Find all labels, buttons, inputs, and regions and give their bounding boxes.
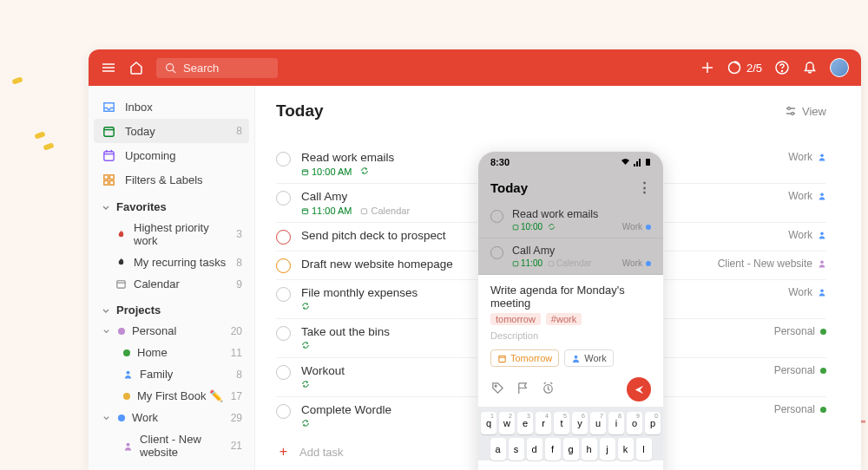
task-checkbox[interactable] bbox=[276, 230, 291, 245]
keyboard-key[interactable]: h bbox=[582, 438, 597, 460]
keyboard-key[interactable]: 8i bbox=[608, 412, 624, 434]
productivity-indicator[interactable]: 2/5 bbox=[727, 61, 762, 75]
keyboard-key[interactable]: 4r bbox=[536, 412, 551, 434]
sidebar-item-today[interactable]: Today 8 bbox=[94, 119, 249, 143]
help-icon[interactable] bbox=[774, 60, 790, 75]
keyboard-key[interactable]: k bbox=[618, 438, 634, 460]
task-checkbox[interactable] bbox=[276, 365, 291, 380]
task-checkbox[interactable] bbox=[276, 191, 291, 206]
keyboard-key[interactable]: j bbox=[600, 438, 615, 460]
favorite-highest-priority[interactable]: Highest priority work 3 bbox=[94, 217, 249, 251]
kebab-icon[interactable]: ⋮ bbox=[638, 180, 651, 195]
svg-point-47 bbox=[495, 385, 496, 387]
sidebar-item-inbox[interactable]: Inbox bbox=[94, 95, 249, 119]
svg-rect-12 bbox=[103, 151, 113, 160]
user-avatar[interactable] bbox=[830, 58, 849, 77]
project-subitem[interactable]: My First Book ✏️17 bbox=[94, 385, 249, 407]
task-project[interactable]: Personal bbox=[766, 364, 826, 376]
project-item[interactable]: Personal20 bbox=[94, 320, 249, 342]
keyboard-key[interactable]: 2w bbox=[499, 412, 515, 434]
keyboard-key[interactable]: f bbox=[545, 438, 561, 460]
project-subitem[interactable]: Client - Email design6 bbox=[94, 463, 249, 470]
keyboard-key[interactable]: d bbox=[527, 438, 542, 460]
project-count: 20 bbox=[231, 325, 242, 337]
keyboard-key[interactable]: a bbox=[490, 438, 506, 460]
task-project[interactable]: Personal bbox=[766, 403, 826, 415]
task-project[interactable]: Work bbox=[779, 286, 826, 298]
keyboard-key[interactable]: 3e bbox=[517, 412, 533, 434]
label-icon[interactable] bbox=[490, 381, 505, 399]
project-dot bbox=[820, 329, 826, 335]
task-checkbox[interactable] bbox=[276, 258, 291, 273]
chip-work[interactable]: #work bbox=[546, 313, 582, 325]
task-checkbox[interactable] bbox=[490, 246, 503, 259]
recurring-icon bbox=[301, 302, 310, 312]
wifi-icon bbox=[621, 158, 630, 166]
send-button[interactable] bbox=[627, 377, 651, 401]
task-checkbox[interactable] bbox=[490, 210, 503, 223]
sidebar-item-filters[interactable]: Filters & Labels bbox=[94, 167, 249, 192]
svg-point-37 bbox=[820, 232, 824, 236]
project-subitem[interactable]: Home11 bbox=[94, 342, 249, 363]
search-input[interactable]: Search bbox=[156, 58, 278, 78]
task-checkbox[interactable] bbox=[276, 152, 291, 166]
favorites-header[interactable]: Favorites bbox=[94, 192, 249, 217]
search-placeholder: Search bbox=[183, 62, 219, 75]
project-label: Home bbox=[137, 346, 224, 359]
project-chip[interactable]: Work bbox=[564, 349, 613, 367]
svg-point-29 bbox=[792, 113, 794, 115]
chevron-down-icon bbox=[101, 413, 111, 423]
view-button[interactable]: View bbox=[785, 105, 826, 118]
task-project[interactable]: Client - New website bbox=[709, 258, 826, 270]
svg-point-28 bbox=[788, 108, 791, 110]
keyboard-key[interactable]: 7u bbox=[590, 412, 606, 434]
svg-rect-41 bbox=[513, 225, 518, 229]
task-project[interactable]: Work bbox=[779, 190, 826, 202]
alarm-icon[interactable] bbox=[541, 381, 556, 399]
task-project[interactable]: Work bbox=[779, 151, 826, 163]
battery-icon bbox=[645, 158, 651, 166]
svg-point-23 bbox=[126, 442, 129, 446]
task-checkbox[interactable] bbox=[276, 287, 291, 302]
project-item[interactable]: Work29 bbox=[94, 407, 249, 428]
home-icon[interactable] bbox=[128, 60, 144, 75]
keyboard-key[interactable]: g bbox=[563, 438, 579, 460]
recurring-icon bbox=[360, 166, 369, 177]
project-color-dot bbox=[123, 349, 130, 356]
favorite-recurring[interactable]: My recurring tasks 8 bbox=[94, 251, 249, 273]
favorite-calendar[interactable]: Calendar 9 bbox=[94, 273, 249, 295]
keyboard-key[interactable]: s bbox=[509, 438, 524, 460]
project-subitem[interactable]: Client - New website21 bbox=[94, 428, 249, 463]
keyboard-key[interactable]: l bbox=[636, 438, 652, 460]
compose-title-input[interactable]: Write agenda for Monday's meeting bbox=[490, 284, 651, 310]
phone-task-row[interactable]: Call Amy11:00CalendarWork bbox=[478, 238, 663, 275]
flag-icon[interactable] bbox=[516, 381, 530, 399]
keyboard-key[interactable]: 1q bbox=[481, 412, 496, 434]
notifications-icon[interactable] bbox=[802, 60, 818, 75]
keyboard-key[interactable]: 9o bbox=[627, 412, 642, 434]
progress-count: 2/5 bbox=[746, 62, 762, 75]
due-date-chip[interactable]: Tomorrow bbox=[490, 349, 559, 367]
phone-task-row[interactable]: Read work emails10:00Work bbox=[478, 202, 663, 238]
favorites-title: Favorites bbox=[116, 200, 167, 213]
task-title: Read work emails bbox=[512, 208, 651, 220]
projects-header[interactable]: Projects bbox=[94, 295, 249, 320]
menu-icon[interactable] bbox=[101, 60, 116, 75]
task-checkbox[interactable] bbox=[276, 404, 291, 419]
keyboard-key[interactable]: 0p bbox=[645, 412, 661, 434]
svg-rect-30 bbox=[302, 169, 307, 174]
svg-point-36 bbox=[820, 193, 824, 197]
task-project[interactable]: Personal bbox=[766, 325, 826, 337]
add-task-icon[interactable] bbox=[700, 60, 715, 75]
keyboard-key[interactable]: 5t bbox=[554, 412, 569, 434]
keyboard-key[interactable]: 6y bbox=[572, 412, 588, 434]
project-subitem[interactable]: Family8 bbox=[94, 363, 249, 385]
sidebar-item-upcoming[interactable]: Upcoming bbox=[94, 143, 249, 167]
task-project[interactable]: Work bbox=[779, 229, 826, 241]
chip-tomorrow[interactable]: tomorrow bbox=[490, 313, 541, 325]
task-checkbox[interactable] bbox=[276, 326, 291, 341]
sidebar-item-label: Upcoming bbox=[125, 149, 242, 162]
compose-description-input[interactable]: Description bbox=[490, 330, 651, 341]
person-icon bbox=[123, 441, 133, 451]
page-title: Today bbox=[276, 101, 324, 121]
